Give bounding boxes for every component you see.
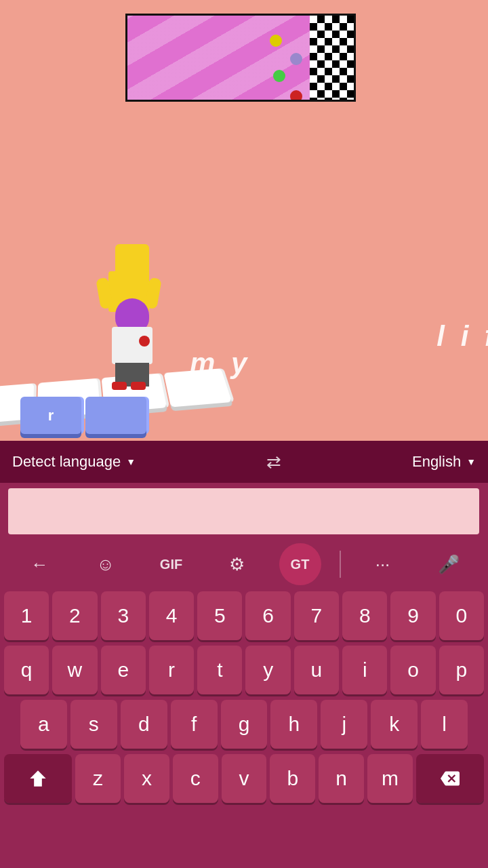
key-d[interactable]: d [121, 700, 167, 749]
transfer-arrows[interactable]: ⇄ [266, 452, 281, 473]
key-b[interactable]: b [270, 754, 315, 803]
gif-button[interactable]: GIF [148, 545, 195, 583]
settings-button[interactable]: ⚙ [214, 545, 261, 583]
more-icon: ··· [375, 554, 390, 575]
key-9[interactable]: 9 [390, 591, 435, 640]
block-blue: r [20, 397, 81, 434]
shift-icon [28, 769, 47, 788]
character-purple [105, 298, 159, 387]
key-l[interactable]: l [421, 700, 468, 749]
game-scene: r m y l i f [0, 0, 488, 441]
emoji-icon: ☺ [96, 554, 115, 575]
blue-blocks: r [20, 397, 146, 434]
back-button[interactable]: ← [16, 545, 64, 583]
toolbar-divider [340, 551, 341, 578]
key-g[interactable]: g [221, 700, 268, 749]
key-q[interactable]: q [4, 646, 49, 694]
key-7[interactable]: 7 [294, 591, 339, 640]
key-f[interactable]: f [171, 700, 218, 749]
mic-icon: 🎤 [438, 554, 460, 575]
key-m[interactable]: m [367, 754, 413, 803]
char2-shoe-right [131, 382, 146, 390]
key-row-3: z x c v b n m [0, 751, 488, 806]
keyboard-toolbar: ← ☺ GIF ⚙ GT ··· 🎤 [0, 540, 488, 589]
char2-shoe-left [112, 382, 127, 390]
emoji-button[interactable]: ☺ [82, 545, 129, 583]
back-icon: ← [31, 554, 49, 575]
key-w[interactable]: w [52, 646, 97, 694]
translate-icon: GT [291, 557, 310, 572]
key-8[interactable]: 8 [342, 591, 387, 640]
key-o[interactable]: o [390, 646, 435, 694]
key-2[interactable]: 2 [52, 591, 97, 640]
english-language[interactable]: English ▼ [412, 453, 476, 471]
key-0[interactable]: 0 [439, 591, 484, 640]
detect-dropdown-arrow: ▼ [126, 456, 136, 467]
key-j[interactable]: j [321, 700, 367, 749]
key-r[interactable]: r [149, 646, 194, 694]
key-row-2: a s d f g h j k l [0, 697, 488, 751]
key-t[interactable]: t [197, 646, 242, 694]
english-dropdown-arrow: ▼ [466, 456, 476, 467]
keyboard-section: Detect language ▼ ⇄ English ▼ ← ☺ GIF ⚙ … [0, 441, 488, 868]
shift-button[interactable] [4, 754, 72, 803]
key-i[interactable]: i [342, 646, 387, 694]
key-n[interactable]: n [319, 754, 364, 803]
more-button[interactable]: ··· [359, 545, 407, 583]
key-k[interactable]: k [371, 700, 418, 749]
game-text-my: m y [190, 347, 251, 380]
language-bar: Detect language ▼ ⇄ English ▼ [0, 441, 488, 483]
gif-label: GIF [160, 557, 182, 572]
key-5[interactable]: 5 [197, 591, 242, 640]
key-4[interactable]: 4 [149, 591, 194, 640]
key-1[interactable]: 1 [4, 591, 49, 640]
detect-language-label: Detect language [12, 453, 121, 471]
key-y[interactable]: y [245, 646, 290, 694]
key-6[interactable]: 6 [245, 591, 290, 640]
backspace-button[interactable] [416, 754, 484, 803]
key-e[interactable]: e [101, 646, 146, 694]
backspace-icon [441, 769, 460, 788]
number-row: 1 2 3 4 5 6 7 8 9 0 [0, 589, 488, 643]
english-label: English [412, 453, 461, 471]
game-area: r m y l i f [0, 0, 488, 441]
key-s[interactable]: s [70, 700, 117, 749]
key-u[interactable]: u [294, 646, 339, 694]
key-h[interactable]: h [270, 700, 317, 749]
key-row-1: q w e r t y u i o p [0, 643, 488, 697]
char2-badge [139, 336, 150, 347]
key-a[interactable]: a [20, 700, 67, 749]
key-z[interactable]: z [75, 754, 121, 803]
game-text-lif: l i f [436, 320, 488, 353]
block-blue [85, 397, 146, 434]
key-p[interactable]: p [439, 646, 484, 694]
detect-language[interactable]: Detect language ▼ [12, 453, 136, 471]
translate-button[interactable]: GT [279, 543, 321, 585]
settings-icon: ⚙ [229, 554, 245, 575]
key-x[interactable]: x [124, 754, 169, 803]
translation-input[interactable] [8, 488, 479, 534]
key-v[interactable]: v [222, 754, 267, 803]
key-3[interactable]: 3 [101, 591, 146, 640]
key-c[interactable]: c [173, 754, 218, 803]
mic-button[interactable]: 🎤 [425, 545, 472, 583]
